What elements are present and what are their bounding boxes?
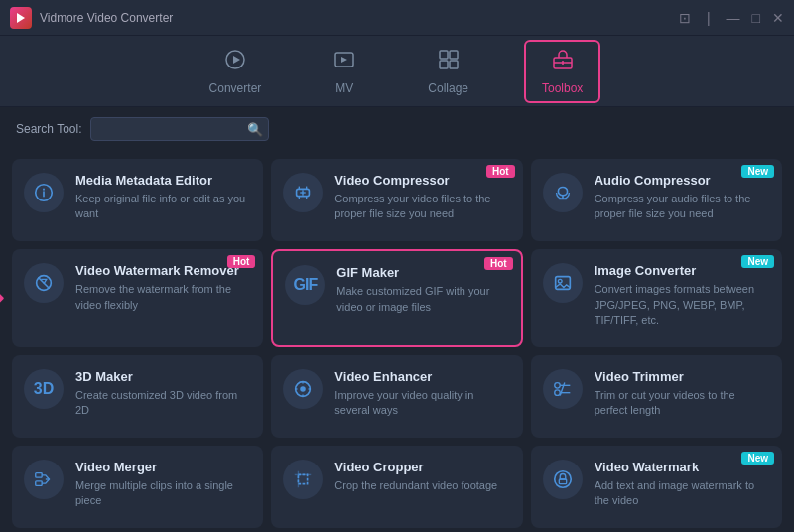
3d-maker-info: 3D Maker Create customized 3D video from… xyxy=(75,369,249,419)
video-trimmer-desc: Trim or cut your videos to the perfect l… xyxy=(595,388,768,419)
video-compressor-desc: Compress your video files to the proper … xyxy=(334,192,508,222)
image-converter-badge: New xyxy=(741,255,774,268)
svg-rect-7 xyxy=(450,61,458,68)
video-trimmer-info: Video Trimmer Trim or cut your videos to… xyxy=(595,369,768,419)
tool-card-video-cropper[interactable]: Video Cropper Crop the redundant video f… xyxy=(271,446,522,528)
tool-card-3d-maker[interactable]: 3D 3D Maker Create customized 3D video f… xyxy=(12,355,263,438)
svg-point-26 xyxy=(558,279,562,283)
converter-icon xyxy=(223,48,247,77)
svg-rect-6 xyxy=(440,61,448,68)
gif-maker-badge: Hot xyxy=(484,257,513,270)
watermark-remover-icon-wrap xyxy=(24,263,64,303)
media-metadata-info: Media Metadata Editor Keep original file… xyxy=(75,173,249,222)
tab-collage-label: Collage xyxy=(428,81,468,95)
video-compressor-name: Video Compressor xyxy=(334,173,508,188)
maximize-button[interactable]: □ xyxy=(752,10,760,26)
video-cropper-icon-wrap xyxy=(283,460,323,499)
caption-icon[interactable]: ⊡ xyxy=(679,10,691,26)
image-converter-desc: Convert images formats between JPG/JPEG,… xyxy=(595,282,768,328)
watermark-remover-name: Video Watermark Remover xyxy=(75,263,249,278)
3d-text-icon: 3D xyxy=(34,380,54,398)
search-input[interactable] xyxy=(90,117,269,141)
title-bar: Vidmore Video Converter ⊡ | — □ ✕ xyxy=(0,0,794,36)
video-enhancer-desc: Improve your video quality in several wa… xyxy=(334,388,508,419)
tool-card-audio-compressor[interactable]: Audio Compressor Compress your audio fil… xyxy=(531,159,782,241)
video-enhancer-info: Video Enhancer Improve your video qualit… xyxy=(334,369,508,419)
video-compressor-badge: Hot xyxy=(486,165,515,178)
tool-grid: Media Metadata Editor Keep original file… xyxy=(0,151,794,532)
svg-point-33 xyxy=(554,382,560,388)
watermark-remover-desc: Remove the watermark from the video flex… xyxy=(75,282,249,313)
search-label: Search Tool: xyxy=(16,122,82,136)
svg-point-34 xyxy=(554,390,560,396)
3d-maker-name: 3D Maker xyxy=(75,369,249,384)
audio-compressor-desc: Compress your audio files to the proper … xyxy=(595,192,768,222)
audio-compressor-badge: New xyxy=(741,165,774,178)
gif-maker-icon-wrap: GIF xyxy=(285,265,325,305)
tab-toolbox-label: Toolbox xyxy=(542,81,583,95)
svg-rect-41 xyxy=(299,474,308,483)
tab-collage[interactable]: Collage xyxy=(412,42,484,101)
gif-maker-name: GIF Maker xyxy=(336,265,506,280)
tool-card-video-merger[interactable]: Video Merger Merge multiple clips into a… xyxy=(12,446,263,528)
gif-maker-desc: Make customized GIF with your video or i… xyxy=(336,284,506,315)
tool-card-image-converter[interactable]: Image Converter Convert images formats b… xyxy=(531,249,782,347)
tab-mv[interactable]: MV xyxy=(317,42,372,101)
video-watermark-badge: New xyxy=(741,452,774,465)
collage-icon xyxy=(437,48,461,77)
svg-rect-38 xyxy=(36,472,42,477)
watermark-remover-badge: Hot xyxy=(227,255,256,268)
video-merger-info: Video Merger Merge multiple clips into a… xyxy=(75,460,249,509)
search-icon: 🔍 xyxy=(247,122,263,137)
tool-card-gif-maker[interactable]: GIF GIF Maker Make customized GIF with y… xyxy=(271,249,522,347)
audio-compressor-icon-wrap xyxy=(543,173,583,212)
3d-maker-icon-wrap: 3D xyxy=(24,369,64,409)
toolbox-icon xyxy=(551,48,575,77)
app-title: Vidmore Video Converter xyxy=(40,11,679,25)
media-metadata-icon-wrap xyxy=(24,173,64,212)
tool-card-video-watermark-remover[interactable]: Video Watermark Remover Remove the water… xyxy=(12,249,263,347)
svg-rect-44 xyxy=(559,479,566,484)
video-merger-icon-wrap xyxy=(24,460,64,499)
video-watermark-desc: Add text and image watermark to the vide… xyxy=(595,478,768,509)
arrow-indicator: ➜ xyxy=(0,287,5,309)
svg-line-37 xyxy=(560,382,565,395)
video-merger-name: Video Merger xyxy=(75,460,249,474)
search-wrapper: 🔍 xyxy=(90,117,269,141)
audio-compressor-info: Audio Compressor Compress your audio fil… xyxy=(595,173,768,222)
video-enhancer-icon-wrap xyxy=(283,369,323,409)
media-metadata-desc: Keep original file info or edit as you w… xyxy=(75,192,249,222)
video-enhancer-name: Video Enhancer xyxy=(334,369,508,384)
window-controls: ⊡ | — □ ✕ xyxy=(679,10,784,26)
nav-bar: Converter MV Collage xyxy=(0,36,794,107)
watermark-remover-info: Video Watermark Remover Remove the water… xyxy=(75,263,249,313)
video-watermark-icon-wrap xyxy=(543,460,583,499)
svg-point-28 xyxy=(301,386,307,392)
video-cropper-info: Video Cropper Crop the redundant video f… xyxy=(334,460,508,493)
image-converter-info: Image Converter Convert images formats b… xyxy=(595,263,768,328)
video-compressor-info: Video Compressor Compress your video fil… xyxy=(334,173,508,222)
tool-card-video-compressor[interactable]: Video Compressor Compress your video fil… xyxy=(271,159,522,241)
tool-card-media-metadata-editor[interactable]: Media Metadata Editor Keep original file… xyxy=(12,159,263,241)
tab-converter-label: Converter xyxy=(209,81,262,95)
video-trimmer-icon-wrap xyxy=(543,369,583,409)
tool-card-video-trimmer[interactable]: Video Trimmer Trim or cut your videos to… xyxy=(531,355,782,438)
tab-toolbox[interactable]: Toolbox xyxy=(524,40,600,103)
tab-mv-label: MV xyxy=(335,81,353,95)
video-watermark-info: Video Watermark Add text and image water… xyxy=(595,460,768,509)
video-trimmer-name: Video Trimmer xyxy=(595,369,768,384)
video-cropper-desc: Crop the redundant video footage xyxy=(334,478,508,493)
minimize-button[interactable]: — xyxy=(727,10,740,26)
mv-icon xyxy=(332,48,356,77)
svg-marker-2 xyxy=(233,56,240,64)
tab-converter[interactable]: Converter xyxy=(194,42,278,101)
app-logo xyxy=(10,7,32,29)
tool-card-video-enhancer[interactable]: Video Enhancer Improve your video qualit… xyxy=(271,355,522,438)
search-bar: Search Tool: 🔍 xyxy=(0,107,794,151)
svg-rect-39 xyxy=(36,481,42,486)
video-cropper-name: Video Cropper xyxy=(334,460,508,474)
svg-rect-20 xyxy=(558,188,567,196)
video-compressor-icon-wrap xyxy=(283,173,323,212)
close-button[interactable]: ✕ xyxy=(772,10,784,26)
tool-card-video-watermark[interactable]: Video Watermark Add text and image water… xyxy=(531,446,782,528)
